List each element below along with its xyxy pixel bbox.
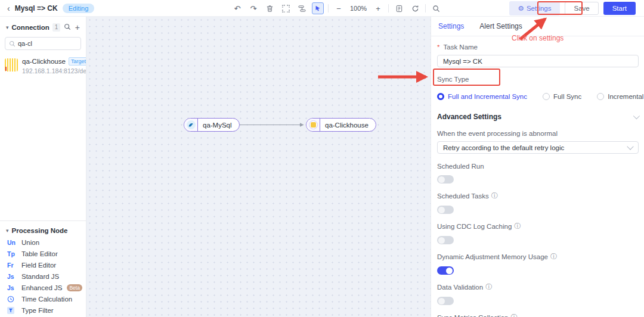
connection-title: Connection	[12, 24, 49, 31]
auto-layout-icon[interactable]	[296, 2, 308, 14]
scheduled-run-label: Scheduled Run	[437, 163, 638, 170]
radio-full-sync[interactable]: Full Sync	[543, 93, 581, 100]
connection-count-badge: 1	[52, 23, 61, 32]
dynamic-memory-label: Dynamic Adjustment Memory Usage ⓘ	[437, 252, 638, 261]
node-qa-mysql[interactable]: qa-MySql	[184, 118, 240, 132]
type-filter-icon	[7, 307, 17, 314]
enhanced-js-icon: Js	[7, 284, 17, 291]
sync-type-label: Sync Type	[437, 76, 638, 83]
page-title: Mysql => CK	[15, 4, 58, 13]
redo-icon[interactable]: ↷	[247, 2, 259, 14]
mysql-icon	[184, 119, 198, 131]
caret-down-icon: ▾	[6, 228, 9, 234]
settings-panel: Settings Alert Settings *Task Name Sync …	[431, 17, 644, 317]
search-icon	[9, 41, 16, 47]
radio-incremental-sync[interactable]: Incremental Sync	[597, 93, 644, 100]
info-icon: ⓘ	[485, 282, 492, 291]
abnormal-processing-label: When the event processing is abnormal	[437, 130, 638, 137]
zoom-in-icon[interactable]: +	[372, 2, 384, 14]
sync-type-options: Full and Incremental Sync Full Sync Incr…	[437, 91, 638, 102]
toolbar-divider	[425, 4, 426, 13]
toolbar-divider	[328, 4, 329, 13]
dynamic-memory-toggle[interactable]	[437, 266, 454, 275]
scheduled-tasks-toggle[interactable]	[437, 206, 454, 214]
processing-item-field-editor[interactable]: Fr Field Editor	[0, 259, 86, 271]
connection-address: 192.168.1.184:8123/default	[22, 67, 86, 74]
standard-js-icon: Js	[7, 273, 17, 280]
connection-section-header[interactable]: ▾ Connection 1 +	[0, 17, 86, 36]
zoom-out-icon[interactable]: −	[333, 2, 345, 14]
union-icon: Un	[7, 239, 17, 246]
connection-name: qa-Clickhouse	[22, 58, 66, 65]
field-editor-icon: Fr	[7, 262, 17, 269]
info-icon: ⓘ	[491, 191, 498, 200]
add-connection-icon[interactable]: +	[75, 23, 80, 32]
zoom-level: 100%	[349, 5, 368, 12]
processing-item-table-editor[interactable]: Tp Table Editor	[0, 248, 86, 259]
processing-item-time-calculation[interactable]: Time Calculation	[0, 293, 86, 304]
pipeline-canvas[interactable]: qa-MySql qa-Clickhouse	[86, 17, 431, 317]
settings-button[interactable]: ⚙Settings	[509, 1, 561, 15]
scheduled-run-toggle[interactable]	[437, 175, 454, 184]
connection-search-input[interactable]	[18, 40, 72, 47]
retry-logic-select[interactable]: Retry according to the default retry log…	[437, 141, 639, 154]
data-validation-label: Data Validation ⓘ	[437, 282, 638, 291]
connection-search-icon[interactable]	[64, 23, 71, 32]
processing-title: Processing Node	[12, 227, 68, 234]
save-button[interactable]: Save	[565, 2, 598, 15]
start-button[interactable]: Start	[603, 2, 636, 15]
status-badge: Editing	[63, 4, 95, 13]
task-name-input[interactable]	[437, 55, 639, 67]
clickhouse-node-icon	[306, 119, 320, 131]
undo-icon[interactable]: ↶	[231, 2, 243, 14]
tab-settings[interactable]: Settings	[438, 22, 464, 30]
log-icon[interactable]	[393, 2, 405, 14]
info-icon: ⓘ	[511, 313, 518, 317]
top-bar: ‹ Mysql => CK Editing ↶ ↷ − 100% +	[0, 0, 644, 17]
select-cursor-icon[interactable]	[312, 2, 324, 14]
back-icon[interactable]: ‹	[7, 4, 10, 13]
processing-item-standard-js[interactable]: Js Standard JS	[0, 271, 86, 282]
node-qa-clickhouse[interactable]: qa-Clickhouse	[306, 118, 376, 132]
processing-section-header[interactable]: ▾ Processing Node	[0, 221, 86, 237]
chevron-down-icon	[627, 143, 633, 150]
info-icon: ⓘ	[550, 252, 557, 261]
canvas-toolbar: ↶ ↷ − 100% +	[231, 0, 442, 17]
node-connector-edge	[86, 17, 431, 317]
left-sidebar: ▾ Connection 1 + qa-Clickhouse Target 19…	[0, 17, 86, 317]
processing-item-enhanced-js[interactable]: Js Enhanced JS Beta	[0, 282, 86, 293]
beta-badge: Beta	[67, 284, 82, 291]
delete-icon[interactable]	[264, 2, 275, 14]
processing-item-type-filter[interactable]: Type Filter	[0, 304, 86, 316]
target-tag: Target	[69, 57, 86, 66]
fit-view-icon[interactable]	[280, 2, 292, 14]
table-editor-icon: Tp	[7, 250, 17, 257]
clock-icon	[7, 296, 17, 303]
cdc-log-caching-label: Using CDC Log Caching ⓘ	[437, 222, 638, 231]
sync-metrics-label: Sync Metrics Collection ⓘ	[437, 313, 638, 317]
gear-icon: ⚙	[518, 4, 524, 13]
divider	[431, 36, 644, 36]
processing-node-section: ▾ Processing Node Un Union Tp Table Edit…	[0, 220, 86, 317]
chevron-down-icon	[633, 113, 640, 119]
tab-alert-settings[interactable]: Alert Settings	[479, 22, 522, 30]
advanced-settings-header[interactable]: Advanced Settings	[437, 113, 638, 121]
processing-item-union[interactable]: Un Union	[0, 237, 86, 248]
refresh-icon[interactable]	[409, 2, 421, 14]
radio-full-and-incremental-sync[interactable]: Full and Incremental Sync	[437, 93, 527, 100]
caret-down-icon: ▾	[6, 24, 9, 30]
scheduled-tasks-label: Scheduled Tasks ⓘ	[437, 191, 638, 200]
cdc-log-caching-toggle[interactable]	[437, 236, 454, 244]
task-name-label: *Task Name	[437, 43, 638, 51]
info-icon: ⓘ	[514, 222, 521, 231]
toolbar-divider	[388, 4, 389, 13]
data-validation-toggle[interactable]	[437, 297, 454, 305]
panel-tabs: Settings Alert Settings	[438, 19, 638, 33]
connection-item-qa-clickhouse[interactable]: qa-Clickhouse Target 192.168.1.184:8123/…	[0, 55, 86, 77]
clickhouse-icon	[5, 58, 18, 72]
search-icon[interactable]	[430, 2, 442, 14]
connection-search-box	[5, 37, 81, 50]
